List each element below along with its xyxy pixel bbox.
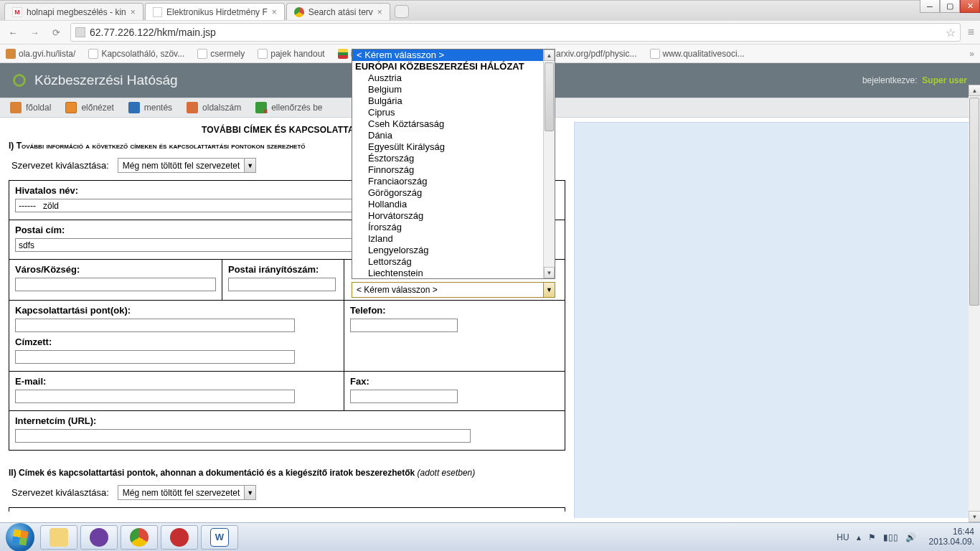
back-button[interactable]: ← [6, 25, 20, 39]
toolbar-pages[interactable]: oldalszám [187, 102, 241, 113]
page-icon [153, 7, 162, 17]
page-scrollbar[interactable]: ▲ ▼ [969, 85, 980, 522]
scroll-down-arrow-icon[interactable]: ▼ [969, 511, 980, 522]
scroll-up-arrow-icon[interactable]: ▲ [544, 50, 555, 61]
dropdown-arrow-icon: ▼ [244, 486, 255, 499]
tab-close-icon[interactable]: × [131, 7, 136, 17]
country-option[interactable]: Lengyelország [352, 245, 555, 256]
country-option[interactable]: Belgium [352, 84, 555, 95]
bookmark-icon [88, 49, 98, 59]
country-option[interactable]: Liechtenstein [352, 268, 555, 279]
country-option[interactable]: Dánia [352, 130, 555, 141]
section2-note: (adott esetben) [418, 468, 476, 478]
toolbar-save[interactable]: mentés [128, 102, 172, 113]
window-close-button[interactable]: ✕ [960, 0, 980, 13]
zip-input[interactable] [228, 278, 336, 291]
recipient-input[interactable] [15, 350, 295, 364]
url-text: 62.77.226.122/hkm/main.jsp [90, 27, 216, 38]
tab-close-icon[interactable]: × [272, 7, 277, 17]
scroll-up-arrow-icon[interactable]: ▲ [969, 85, 980, 96]
org-select-2[interactable]: Még nem töltött fel szervezetet ▼ [118, 485, 256, 500]
browser-tab[interactable]: Search atási terv × [286, 3, 390, 20]
country-option[interactable]: Ciprus [352, 107, 555, 118]
browser-tabstrip: M holnapi megbeszélés - kin × Elektronik… [0, 0, 980, 20]
toolbar-home[interactable]: főoldal [10, 102, 51, 113]
contact-label: Kapcsolattartási pont(ok): [15, 305, 338, 316]
reload-button[interactable]: ⟳ [49, 25, 63, 39]
chrome-menu-button[interactable]: ≡ [968, 26, 974, 39]
scroll-down-arrow-icon[interactable]: ▼ [544, 267, 555, 278]
dropdown-arrow-icon: ▼ [543, 283, 555, 297]
country-option[interactable]: Észtország [352, 153, 555, 164]
scroll-thumb[interactable] [969, 98, 979, 306]
country-option[interactable]: Izland [352, 233, 555, 245]
bookmark-item[interactable]: ola.gvi.hu/lista/ [6, 49, 75, 59]
country-option[interactable]: Írország [352, 222, 555, 233]
bookmark-item[interactable]: csermely [197, 49, 245, 59]
zip-label: Postai irányítószám: [228, 264, 338, 275]
table-top-border [9, 507, 565, 512]
country-option[interactable]: < Kérem válasszon > [352, 50, 555, 61]
recipient-label: Címzett: [15, 336, 338, 347]
flag-icon [338, 49, 348, 59]
bookmark-icon [650, 49, 660, 59]
country-option[interactable]: Görögország [352, 187, 555, 199]
preview-pane [574, 122, 976, 518]
country-option[interactable]: Hollandia [352, 199, 555, 210]
country-option[interactable]: Ausztria [352, 72, 555, 84]
dropdown-arrow-icon: ▼ [244, 159, 255, 172]
tab-close-icon[interactable]: × [377, 7, 382, 17]
bookmark-item[interactable]: pajek handout [258, 49, 324, 59]
toolbar-preview[interactable]: előnézet [65, 102, 113, 113]
bookmark-item[interactable]: www.qualitativesoci... [650, 49, 745, 59]
bookmark-icon [197, 49, 207, 59]
country-select[interactable]: < Kérem válasszon > ▼ [352, 282, 555, 298]
home-icon [10, 102, 22, 113]
address-bar[interactable]: 62.77.226.122/hkm/main.jsp ☆ [70, 23, 961, 42]
fax-input[interactable] [350, 390, 458, 403]
new-tab-button[interactable] [395, 5, 409, 18]
country-option[interactable]: Finnország [352, 164, 555, 176]
bookmark-star-icon[interactable]: ☆ [946, 26, 956, 39]
browser-navbar: ← → ⟳ 62.77.226.122/hkm/main.jsp ☆ ≡ [0, 20, 980, 44]
bookmark-item[interactable]: Kapcsolatháló, szöv... [88, 49, 184, 59]
contact-input[interactable] [15, 319, 295, 332]
tab-title: Search atási terv [308, 7, 373, 17]
dropdown-scrollbar[interactable]: ▲ ▼ [543, 50, 555, 278]
org-select[interactable]: Még nem töltött fel szervezetet ▼ [118, 158, 256, 173]
toolbar-check[interactable]: ellenőrzés be [255, 102, 322, 113]
bookmark-icon [6, 49, 16, 59]
pages-icon [187, 102, 198, 113]
url-input[interactable] [15, 429, 471, 443]
site-icon [75, 27, 85, 37]
browser-tab[interactable]: Elektronikus Hirdetmény F × [145, 3, 285, 20]
phone-input[interactable] [350, 319, 458, 332]
country-dropdown-list[interactable]: < Kérem válasszon >EURÓPAI KÖZBESZERZÉSI… [352, 49, 555, 279]
bookmark-item[interactable]: arxiv.org/pdf/physic... [543, 49, 637, 59]
save-icon [128, 102, 140, 113]
org-select-label: Szervezet kiválasztása: [11, 160, 109, 171]
country-option[interactable]: Horvátország [352, 210, 555, 222]
city-label: Város/Község: [15, 264, 216, 275]
browser-tab[interactable]: M holnapi megbeszélés - kin × [4, 3, 143, 20]
country-option[interactable]: Bulgária [352, 95, 555, 107]
email-label: E-mail: [15, 376, 338, 387]
gmail-icon: M [12, 7, 22, 17]
org-select-label-2: Szervezet kiválasztása: [11, 487, 109, 498]
country-option[interactable]: Lettország [352, 256, 555, 268]
forward-button[interactable]: → [27, 25, 42, 39]
country-option[interactable]: Egyesült Királyság [352, 141, 555, 153]
country-option[interactable]: Cseh Köztársaság [352, 118, 555, 130]
scroll-thumb[interactable] [545, 62, 554, 131]
bookmarks-overflow-button[interactable]: » [969, 49, 974, 59]
country-option[interactable]: Franciaország [352, 176, 555, 187]
window-minimize-button[interactable]: ─ [920, 0, 940, 13]
tab-title: Elektronikus Hirdetmény F [166, 7, 268, 17]
city-input[interactable] [15, 278, 216, 291]
window-maximize-button[interactable]: ▢ [940, 0, 960, 13]
country-option[interactable]: EURÓPAI KÖZBESZERZÉSI HÁLÓZAT [352, 61, 555, 72]
email-input[interactable] [15, 390, 295, 403]
tab-title: holnapi megbeszélés - kin [27, 7, 126, 17]
site-title: Közbeszerzési Hatóság [34, 72, 178, 88]
check-icon [255, 102, 267, 113]
